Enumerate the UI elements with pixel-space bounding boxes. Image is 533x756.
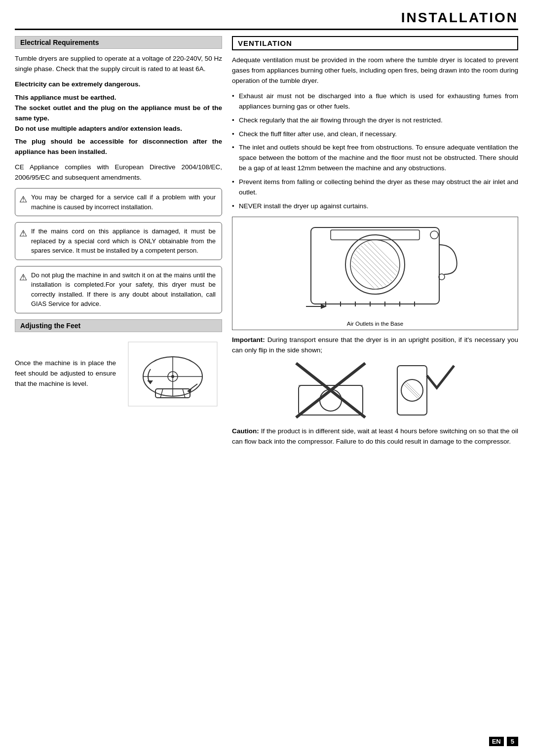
- page-footer: EN 5: [489, 737, 518, 746]
- svg-line-47: [405, 380, 422, 398]
- transport-wrong: [294, 361, 368, 421]
- bullet-5: Prevent items from falling or collecting…: [232, 177, 518, 198]
- electrical-bold1: Electricity can be extremely dangerous.: [15, 79, 222, 90]
- caution-prefix: Caution:: [232, 427, 259, 435]
- svg-line-6: [183, 389, 185, 398]
- important-body: During transport ensure that the dryer i…: [232, 336, 518, 354]
- warning-box-1: ⚠ You may be charged for a service call …: [15, 188, 222, 216]
- electrical-header: Electrical Requirements: [15, 36, 222, 49]
- language-badge: EN: [489, 737, 504, 746]
- svg-line-16: [351, 241, 399, 288]
- ventilation-p1: Adequate ventilation must be provided in…: [232, 55, 518, 86]
- transport-wrong-svg: [294, 361, 368, 420]
- electrical-bold5: The plug should be accessible for discon…: [15, 137, 222, 157]
- feet-diagram: [123, 337, 222, 411]
- svg-point-10: [171, 375, 174, 378]
- electrical-p2: CE Appliance complies with European Dire…: [15, 162, 222, 183]
- electrical-ce: CE Appliance complies with European Dire…: [15, 162, 222, 183]
- warning-icon-1: ⚠: [19, 193, 27, 206]
- right-column: VENTILATION Adequate ventilation must be…: [232, 36, 518, 450]
- svg-line-18: [361, 241, 399, 278]
- bullet-6: NEVER install the dryer up against curta…: [232, 201, 518, 212]
- ventilation-svg: [281, 220, 469, 319]
- caution-body: If the product is in different side, wai…: [232, 427, 518, 445]
- bullet-1: Exhaust air must not be discharged into …: [232, 91, 518, 112]
- ventilation-header: VENTILATION: [232, 36, 518, 50]
- page-title: INSTALLATION: [15, 10, 518, 26]
- warning-icon-2: ⚠: [19, 227, 27, 240]
- bullet-2: Check regularly that the air flowing thr…: [232, 115, 518, 126]
- bullet-4: The inlet and outlets should be kept fre…: [232, 143, 518, 174]
- electrical-bold4: Do not use multiple adapters and/or exte…: [15, 124, 222, 134]
- feet-svg: [123, 337, 222, 411]
- electrical-p1: Tumble dryers are supplied to operate at…: [15, 54, 222, 75]
- transport-correct-svg: [382, 361, 457, 420]
- electrical-bold-group: This appliance must be earthed. The sock…: [15, 93, 222, 134]
- feet-header: Adjusting the Feet: [15, 319, 222, 332]
- svg-point-27: [430, 231, 438, 239]
- feet-section: Once the machine is in place the feet sh…: [15, 337, 222, 411]
- svg-rect-12: [311, 227, 439, 304]
- bullet-3: Check the fluff filter after use, and cl…: [232, 129, 518, 140]
- electrical-bold2: This appliance must be earthed.: [15, 93, 222, 103]
- caution-text: Caution: If the product is in different …: [232, 426, 518, 447]
- electrical-bold3: The socket outlet and the plug on the ap…: [15, 103, 222, 124]
- svg-marker-11: [147, 380, 153, 384]
- main-columns: Electrical Requirements Tumble dryers ar…: [15, 36, 518, 450]
- page: INSTALLATION Electrical Requirements Tum…: [0, 0, 533, 756]
- electrical-intro: Tumble dryers are supplied to operate at…: [15, 54, 222, 75]
- svg-point-39: [320, 389, 342, 411]
- svg-line-22: [351, 251, 389, 288]
- feet-text: Once the machine is in place the feet sh…: [15, 358, 116, 389]
- svg-line-23: [351, 256, 384, 288]
- warning-icon-3: ⚠: [19, 271, 27, 284]
- important-text: Important: During transport ensure that …: [232, 335, 518, 356]
- svg-line-5: [160, 389, 163, 398]
- transport-diagrams: [232, 361, 518, 421]
- warning-text-1: You may be charged for a service call if…: [31, 192, 216, 212]
- svg-line-46: [402, 380, 422, 400]
- ventilation-diagram-box: Air Outlets in the Base: [232, 217, 518, 330]
- ventilation-intro: Adequate ventilation must be provided in…: [232, 55, 518, 86]
- warning-text-2: If the mains cord on this appliance is d…: [31, 227, 216, 256]
- warning-box-3: ⚠ Do not plug the machine in and switch …: [15, 266, 222, 313]
- transport-correct: [382, 361, 457, 421]
- page-header: INSTALLATION: [15, 10, 518, 30]
- svg-line-19: [366, 241, 399, 273]
- svg-line-48: [402, 383, 419, 400]
- warning-box-2: ⚠ If the mains cord on this appliance is…: [15, 222, 222, 260]
- page-number: 5: [507, 737, 518, 746]
- svg-line-25: [351, 265, 374, 288]
- diagram-label: Air Outlets in the Base: [235, 321, 515, 327]
- left-column: Electrical Requirements Tumble dryers ar…: [15, 36, 222, 450]
- important-prefix: Important:: [232, 336, 265, 343]
- warning-text-3: Do not plug the machine in and switch it…: [31, 270, 216, 309]
